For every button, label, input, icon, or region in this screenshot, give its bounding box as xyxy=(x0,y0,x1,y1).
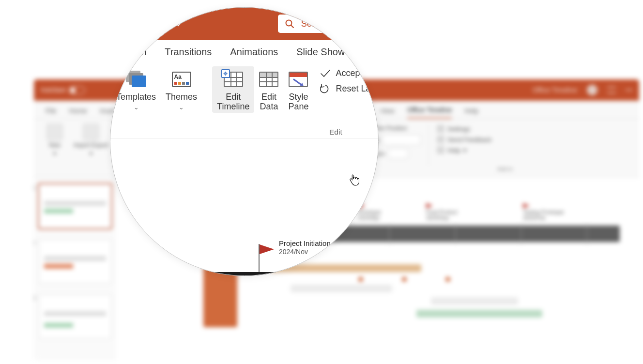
doc-title-text: plan · Saved xyxy=(117,18,168,29)
themes-icon: Aa xyxy=(172,72,191,87)
tab-view[interactable]: View xyxy=(380,107,395,119)
tab-record[interactable]: Record xyxy=(363,42,379,62)
templates-icon xyxy=(126,71,146,88)
ribbon-options-icon[interactable] xyxy=(607,87,616,93)
edit-timeline-button[interactable]: EditTimeline xyxy=(212,66,254,113)
tab-home[interactable]: Home xyxy=(69,107,87,119)
ribbon-zoom: Templates ⌄ Aa Themes ⌄ EditTimeline Edi… xyxy=(110,63,379,138)
settings-group: Settings Send Feedback Help▾ xyxy=(434,124,494,155)
tab-animations[interactable]: Animations xyxy=(230,42,278,62)
document-title xyxy=(97,87,99,94)
feedback-icon xyxy=(437,136,444,143)
gear-icon xyxy=(437,125,444,133)
edit-options: Accept Change Reset Layout xyxy=(313,66,379,94)
chevron-down-icon xyxy=(174,18,182,29)
autosave-label: AutoSave xyxy=(41,87,66,93)
slide-thumbnail-1[interactable]: 1 xyxy=(39,184,111,228)
chevron-down-icon: ⌄ xyxy=(179,104,184,111)
settings-link[interactable]: Settings xyxy=(437,125,491,133)
ribbon-tabs-zoom: Design Transitions Animations Slide Show… xyxy=(110,40,379,63)
tab-file[interactable]: File xyxy=(46,107,57,119)
chevron-down-icon: ⌄ xyxy=(134,104,139,111)
style-pane-icon xyxy=(289,72,308,87)
undo-icon xyxy=(320,84,331,94)
edit-data-icon xyxy=(259,72,278,87)
year-band: 2024 20 xyxy=(159,272,379,276)
themes-button[interactable]: Aa Themes ⌄ xyxy=(161,66,202,112)
separator xyxy=(207,70,207,124)
flag-icon xyxy=(260,244,274,254)
search-box[interactable]: Search (Alt+Q) xyxy=(278,15,379,33)
import-export-button[interactable]: Import Export▾ xyxy=(70,124,112,157)
user-area: Office Timeline xyxy=(533,85,632,95)
slide-thumbnails: 1 2 3 xyxy=(34,177,116,360)
check-icon xyxy=(320,69,331,78)
title-bar-zoom: plan · Saved Search (Alt+Q) xyxy=(110,7,379,40)
minimize-icon[interactable] xyxy=(626,90,632,91)
group-label-edit: Edit xyxy=(329,128,342,136)
search-placeholder: Search (Alt+Q) xyxy=(301,19,359,29)
milestone-title: Project Initiation xyxy=(279,239,331,247)
milestone-date: 2024/Nov xyxy=(279,248,308,256)
avatar-icon[interactable] xyxy=(587,85,597,95)
edit-timeline-icon xyxy=(224,72,243,87)
tab-transitions[interactable]: Transitions xyxy=(165,42,212,62)
tab-help[interactable]: Help xyxy=(464,107,478,119)
slide-thumbnail-3[interactable]: 3 xyxy=(39,294,111,339)
accept-change-button[interactable]: Accept Change xyxy=(320,68,379,78)
reset-layout-button[interactable]: Reset Layout xyxy=(320,84,379,94)
tab-office-timeline[interactable]: Office Timeline xyxy=(407,106,452,119)
user-label: Office Timeline xyxy=(533,86,577,94)
help-link[interactable]: Help▾ xyxy=(437,146,491,154)
svg-line-1 xyxy=(291,25,293,28)
custom-input[interactable] xyxy=(388,148,408,159)
milestone-flag: Testing Prototype2025/Feb xyxy=(523,203,564,221)
toggle-icon xyxy=(69,86,85,94)
search-icon xyxy=(285,19,294,29)
send-feedback-link[interactable]: Send Feedback xyxy=(437,136,491,143)
magnifier-lens: plan · Saved Search (Alt+Q) Design Trans… xyxy=(110,7,379,276)
milestone-flag: Final Product2024/Sep xyxy=(426,203,458,221)
tab-design[interactable]: Design xyxy=(116,42,146,62)
slide-thumbnail-2[interactable]: 2 xyxy=(39,239,111,284)
edit-data-button[interactable]: EditData xyxy=(254,66,283,113)
document-title-zoom[interactable]: plan · Saved xyxy=(117,18,182,29)
addin-group-label: Add-in xyxy=(497,166,517,172)
tab-slide-show[interactable]: Slide Show xyxy=(296,42,345,62)
autosave-toggle[interactable]: AutoSave xyxy=(41,86,85,94)
quick-combo[interactable] xyxy=(382,135,421,145)
new-button[interactable]: New▾ xyxy=(43,124,67,157)
templates-button[interactable]: Templates ⌄ xyxy=(111,66,161,112)
help-icon xyxy=(437,146,444,154)
style-pane-button[interactable]: StylePane xyxy=(283,66,313,113)
